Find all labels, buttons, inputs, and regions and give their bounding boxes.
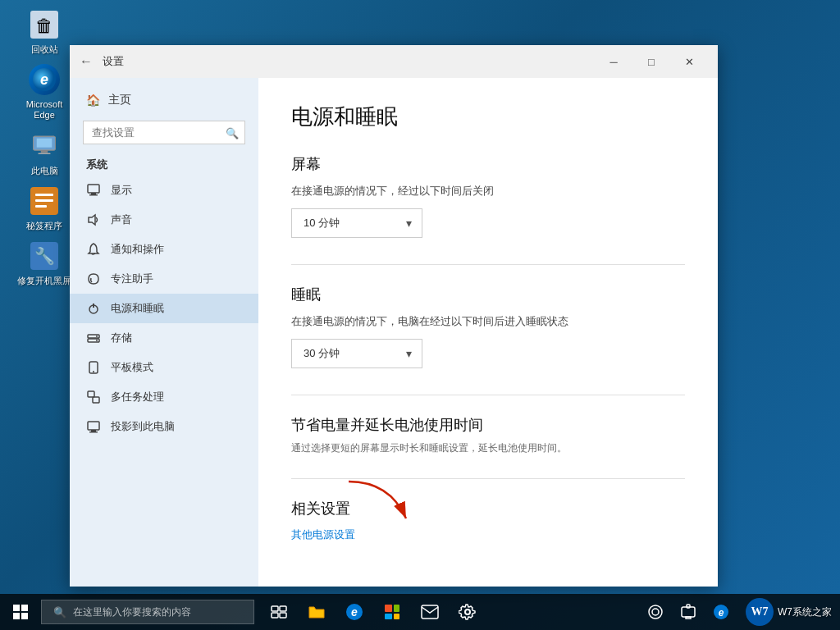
taskbar-apps: e — [261, 594, 486, 630]
sidebar-label-multitask: 多任务处理 — [111, 390, 164, 404]
store-icon — [383, 603, 401, 621]
sidebar-item-storage[interactable]: 存储 — [70, 323, 258, 353]
svg-text:e: e — [719, 607, 724, 619]
svg-rect-36 — [21, 613, 28, 619]
svg-rect-45 — [394, 605, 399, 612]
svg-rect-7 — [41, 150, 48, 153]
settings-window: ← 设置 ─ □ ✕ 🏠 主页 🔍 — [70, 45, 718, 587]
taskbar-file-explorer[interactable] — [299, 594, 335, 630]
sidebar-item-focus[interactable]: 专注助手 — [70, 264, 258, 294]
project-icon — [86, 419, 101, 434]
svg-point-26 — [93, 371, 94, 372]
power-icon — [86, 301, 101, 316]
notifications-icon — [86, 242, 101, 257]
other-power-settings-link[interactable]: 其他电源设置 — [291, 527, 355, 542]
taskbar-cortana[interactable] — [641, 594, 670, 630]
notifications-taskbar-icon — [681, 604, 696, 620]
svg-rect-29 — [88, 422, 99, 430]
taskbar-edge-icon: e — [345, 603, 363, 621]
desktop-icon-edge[interactable]: e MicrosoftEdge — [15, 63, 74, 121]
svg-rect-35 — [13, 613, 20, 619]
related-section: 相关设置 其他电源设置 — [291, 499, 685, 542]
desktop-icon-recycle[interactable]: 🗑 回收站 — [15, 8, 74, 55]
taskbar-search-bar[interactable]: 🔍 在这里输入你要搜索的内容 — [41, 600, 254, 624]
storage-icon — [86, 331, 101, 345]
battery-desc: 通过选择更短的屏幕显示时长和睡眠设置，延长电池使用时间。 — [291, 441, 685, 455]
settings-gear-icon — [459, 603, 477, 621]
taskbar-task-view[interactable] — [261, 594, 297, 630]
svg-rect-38 — [280, 606, 286, 611]
svg-text:e: e — [40, 71, 48, 88]
sidebar-label-tablet: 平板模式 — [111, 360, 153, 375]
main-content: 电源和睡眠 屏幕 在接通电源的情况下，经过以下时间后关闭 10 分钟 睡眠 在接… — [258, 78, 718, 587]
sidebar-label-project: 投影到此电脑 — [111, 419, 175, 434]
svg-rect-37 — [272, 606, 278, 611]
sidebar-item-project[interactable]: 投影到此电脑 — [70, 412, 258, 441]
taskbar-edge-button[interactable]: e — [336, 594, 372, 630]
sound-icon — [86, 212, 101, 227]
back-button[interactable]: ← — [80, 54, 93, 69]
watermark-text: W7系统之家 — [778, 605, 832, 619]
svg-rect-48 — [422, 605, 438, 619]
svg-rect-46 — [385, 614, 392, 619]
maximize-button[interactable]: □ — [632, 48, 670, 75]
window-title: 设置 — [103, 54, 124, 69]
sidebar-label-notifications: 通知和操作 — [111, 242, 164, 257]
sidebar-label-storage: 存储 — [111, 331, 132, 345]
sleep-timeout-value: 30 分钟 — [304, 346, 340, 361]
edge-icon: e — [29, 64, 60, 95]
sidebar-item-tablet[interactable]: 平板模式 — [70, 353, 258, 382]
svg-marker-18 — [89, 215, 95, 225]
taskbar-store[interactable] — [374, 594, 410, 630]
svg-rect-12 — [35, 205, 47, 208]
minimize-button[interactable]: ─ — [595, 48, 632, 75]
screen-timeout-dropdown[interactable]: 10 分钟 — [291, 208, 422, 238]
svg-rect-16 — [91, 193, 96, 194]
related-heading: 相关设置 — [291, 499, 685, 518]
svg-point-23 — [96, 336, 98, 337]
start-button[interactable] — [0, 594, 41, 630]
focus-icon — [86, 272, 101, 286]
desktop-icon-apps[interactable]: 秘笈程序 — [15, 185, 74, 231]
window-body: 🏠 主页 🔍 系统 显示 — [70, 78, 718, 587]
sidebar-item-display[interactable]: 显示 — [70, 176, 258, 205]
svg-rect-10 — [35, 194, 53, 196]
sidebar-home-item[interactable]: 🏠 主页 — [70, 86, 258, 114]
taskbar-search-placeholder: 在这里输入你要搜索的内容 — [73, 605, 191, 619]
search-icon: 🔍 — [226, 126, 239, 139]
sidebar-search-input[interactable] — [83, 121, 245, 144]
sidebar: 🏠 主页 🔍 系统 显示 — [70, 78, 258, 587]
svg-rect-6 — [37, 138, 52, 147]
taskbar-settings[interactable] — [450, 594, 486, 630]
section-divider-3 — [291, 478, 685, 479]
sidebar-item-power[interactable]: 电源和睡眠 — [70, 294, 258, 323]
taskbar-mail[interactable] — [412, 594, 448, 630]
taskbar-notifications-icon[interactable] — [673, 594, 703, 630]
sidebar-item-multitask[interactable]: 多任务处理 — [70, 382, 258, 412]
desktop-icon-pc[interactable]: 此电脑 — [15, 130, 74, 176]
desktop-icon-fix[interactable]: 🔧 修复开机黑屏 — [15, 240, 74, 286]
screen-heading: 屏幕 — [291, 154, 685, 174]
sidebar-home-label: 主页 — [108, 93, 131, 107]
sidebar-section-title: 系统 — [70, 151, 258, 176]
task-view-icon — [271, 605, 287, 619]
svg-rect-17 — [89, 194, 98, 196]
section-divider-2 — [291, 395, 685, 395]
taskbar-search-icon: 🔍 — [53, 606, 66, 619]
sidebar-item-notifications[interactable]: 通知和操作 — [70, 235, 258, 264]
svg-rect-28 — [93, 397, 99, 403]
sleep-timeout-dropdown[interactable]: 30 分钟 — [291, 339, 422, 368]
sidebar-item-sound[interactable]: 声音 — [70, 205, 258, 235]
watermark-logo: W7 — [746, 598, 774, 626]
mail-icon — [421, 605, 439, 619]
screen-timeout-value: 10 分钟 — [304, 216, 340, 231]
fix-svg-icon: 🔧 — [29, 240, 60, 272]
svg-rect-27 — [88, 391, 94, 397]
svg-text:e: e — [351, 605, 358, 619]
window-titlebar: ← 设置 ─ □ ✕ — [70, 45, 718, 78]
taskbar-edge-sys[interactable]: e — [706, 594, 736, 630]
svg-point-51 — [652, 609, 659, 615]
sidebar-label-sound: 声音 — [111, 212, 132, 227]
close-button[interactable]: ✕ — [670, 48, 708, 75]
watermark-logo-text: W7 — [751, 605, 769, 619]
